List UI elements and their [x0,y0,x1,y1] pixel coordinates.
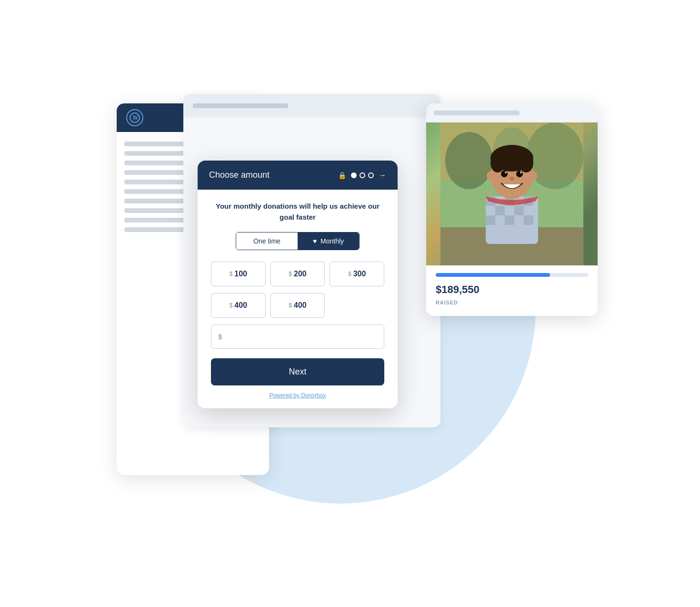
amount-value: 300 [353,270,366,278]
main-scene: W Choose amount 🔒 [88,65,612,542]
form-body: Your monthly donations will help us achi… [198,190,398,408]
wp-menu-item [124,208,193,213]
svg-rect-13 [514,206,524,215]
step-indicator [351,172,374,178]
wp-content-bar [193,103,288,108]
step-dot-3 [368,172,374,178]
svg-point-20 [490,153,505,172]
card-header [426,103,598,122]
form-subtitle: Your monthly donations will help us achi… [211,201,384,223]
amount-value: 100 [234,270,247,278]
boy-illustration [440,122,583,265]
svg-point-4 [445,132,493,189]
svg-rect-15 [505,215,514,225]
progress-bar-container [436,273,588,277]
next-button[interactable]: Next [211,358,384,385]
svg-rect-12 [495,206,505,215]
amount-button-200[interactable]: $ 200 [270,262,325,286]
custom-amount-input[interactable] [226,333,377,341]
amount-value: 400 [294,301,307,310]
svg-point-23 [516,171,523,177]
svg-point-24 [505,172,507,173]
step-dot-2 [360,172,365,178]
form-header: Choose amount 🔒 → [198,161,398,190]
raised-amount: $189,550 [436,283,588,296]
amount-button-100[interactable]: $ 100 [211,262,266,286]
amount-value: 200 [294,270,307,278]
monthly-button[interactable]: ♥ Monthly [298,233,359,250]
currency-symbol: $ [348,271,351,277]
custom-amount-field[interactable]: $ [211,324,384,349]
monthly-label: Monthly [320,237,344,245]
heart-icon: ♥ [313,237,317,245]
svg-rect-14 [486,215,495,225]
frequency-toggle[interactable]: One time ♥ Monthly [236,232,360,250]
card-header-bar [434,111,520,115]
card-content: $189,550 RAISED [426,265,598,316]
svg-rect-16 [524,215,533,225]
wordpress-logo: W [126,109,143,126]
amount-grid-row2: $ 400 $ 400 [211,293,384,318]
raised-label: RAISED [436,300,458,305]
one-time-button[interactable]: One time [236,233,298,250]
custom-currency-symbol: $ [218,333,222,341]
svg-point-21 [519,153,533,172]
currency-symbol: $ [289,271,292,277]
svg-point-25 [520,172,522,173]
currency-symbol: $ [289,302,292,309]
powered-by-link[interactable]: Powered by Donorbox [211,392,384,399]
svg-text:W: W [132,114,139,121]
currency-symbol: $ [230,302,233,309]
fundraiser-card: $189,550 RAISED [426,103,598,316]
amount-button-400a[interactable]: $ 400 [211,293,266,318]
svg-point-27 [487,171,494,181]
currency-symbol: $ [230,271,233,277]
svg-point-26 [510,177,514,181]
form-title: Choose amount [209,170,270,180]
wp-content-header [183,94,440,118]
arrow-icon: → [379,171,386,180]
svg-point-28 [530,171,537,181]
lock-icon: 🔒 [338,172,346,179]
amount-button-400b[interactable]: $ 400 [270,293,325,318]
amount-grid-row1: $ 100 $ 200 $ 300 [211,262,384,286]
progress-bar-fill [436,273,550,277]
fundraiser-image [426,122,598,265]
svg-point-22 [501,171,508,177]
donation-form: Choose amount 🔒 → Your monthly donations… [198,161,398,408]
step-dot-1 [351,172,357,178]
amount-value: 400 [234,301,247,310]
amount-button-300[interactable]: $ 300 [330,262,384,286]
header-controls: 🔒 → [338,171,386,180]
